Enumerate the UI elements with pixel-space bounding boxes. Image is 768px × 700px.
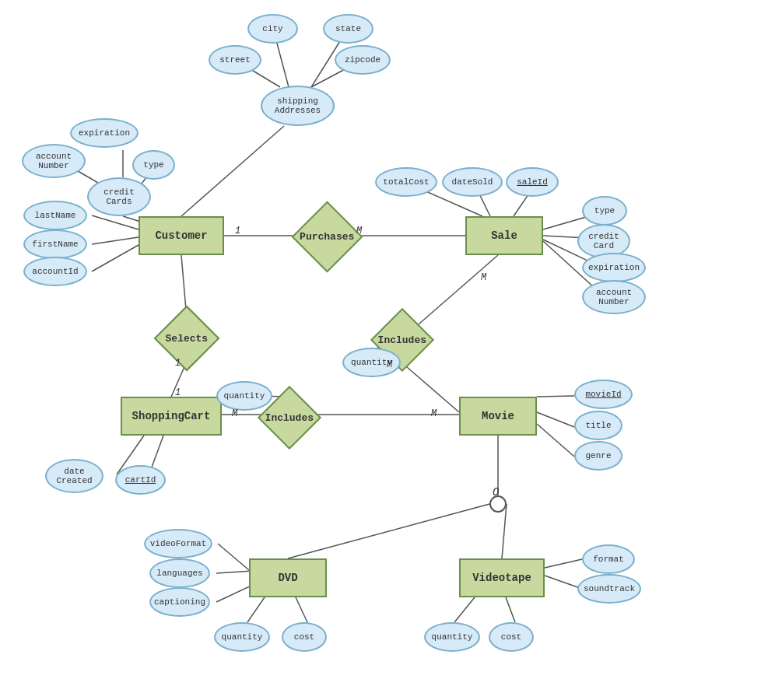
svg-line-35 xyxy=(288,504,489,558)
attr-quantity-includes-cart: quantity xyxy=(216,381,272,411)
cardinality-sale-m: M xyxy=(481,272,486,283)
attr-expiration-sale: expiration xyxy=(582,253,646,282)
svg-line-10 xyxy=(92,237,139,244)
attr-city: city xyxy=(247,14,298,44)
attr-saleid: saleId xyxy=(506,167,559,197)
attr-vt-quantity: quantity xyxy=(424,622,480,652)
svg-line-41 xyxy=(296,597,307,622)
svg-line-42 xyxy=(545,559,582,568)
attr-dvd-quantity: quantity xyxy=(214,622,270,652)
svg-line-33 xyxy=(537,424,574,457)
svg-line-36 xyxy=(502,504,507,558)
cardinality-purchases-1: 1 xyxy=(235,226,240,236)
cardinality-inheritance-o: O xyxy=(493,486,499,499)
svg-line-32 xyxy=(537,412,574,427)
entity-movie: Movie xyxy=(459,397,537,436)
attr-expiration-cc: expiration xyxy=(70,118,139,148)
svg-line-11 xyxy=(92,245,139,271)
attr-vt-cost: cost xyxy=(489,622,534,652)
attr-street: street xyxy=(209,45,261,75)
attr-datesold: dateSold xyxy=(442,167,503,197)
svg-line-40 xyxy=(247,597,265,622)
svg-line-44 xyxy=(454,597,475,622)
attr-lastname: lastName xyxy=(23,201,87,230)
cardinality-movie-m: M xyxy=(431,408,437,419)
attr-account-number-sale: accountNumber xyxy=(582,280,646,314)
cardinality-includes-m: M xyxy=(387,359,392,370)
svg-line-9 xyxy=(92,215,139,229)
cardinality-selects-1b: 1 xyxy=(175,387,181,398)
attr-movieid: movieId xyxy=(574,380,633,409)
attr-languages: languages xyxy=(149,558,210,588)
entity-videotape: Videotape xyxy=(459,558,545,597)
svg-line-31 xyxy=(537,396,574,397)
attr-credit-cards: creditCards xyxy=(87,177,151,216)
entity-sale: Sale xyxy=(465,216,543,255)
attr-state: state xyxy=(323,14,373,44)
svg-line-4 xyxy=(181,126,284,216)
relationship-purchases: Purchases xyxy=(292,201,363,273)
attr-videoformat: videoFormat xyxy=(144,529,212,558)
attr-datecreated: dateCreated xyxy=(45,459,103,493)
svg-line-37 xyxy=(218,544,249,570)
attr-soundtrack: soundtrack xyxy=(577,574,641,604)
attr-account-number-cc: accountNumber xyxy=(22,144,86,178)
attr-title: title xyxy=(574,411,622,440)
attr-totalcost: totalCost xyxy=(375,167,437,197)
attr-format: format xyxy=(582,544,635,574)
cardinality-selects-1a: 1 xyxy=(175,358,181,369)
attr-captioning: captioning xyxy=(149,587,210,617)
entity-shoppingcart: ShoppingCart xyxy=(121,397,222,436)
attr-cartid: cartId xyxy=(115,465,166,495)
attr-zipcode: zipcode xyxy=(335,45,391,75)
attr-genre: genre xyxy=(574,441,622,471)
attr-shipping-addresses: shippingAddresses xyxy=(261,86,335,126)
svg-line-43 xyxy=(545,576,582,589)
svg-line-23 xyxy=(401,362,459,412)
cardinality-cart-m: M xyxy=(232,408,237,419)
relationship-selects: Selects xyxy=(154,306,220,372)
cardinality-purchases-m: M xyxy=(356,226,362,236)
attr-firstname: firstName xyxy=(23,229,87,259)
attr-dvd-cost: cost xyxy=(282,622,327,652)
entity-customer: Customer xyxy=(139,216,224,255)
attr-type-sale: type xyxy=(582,196,627,226)
attr-type-cc: type xyxy=(132,150,175,180)
entity-dvd: DVD xyxy=(249,558,327,597)
attr-accountid: accountId xyxy=(23,257,87,286)
er-diagram: Customer Sale ShoppingCart Movie DVD Vid… xyxy=(0,0,768,700)
svg-line-45 xyxy=(506,597,515,622)
